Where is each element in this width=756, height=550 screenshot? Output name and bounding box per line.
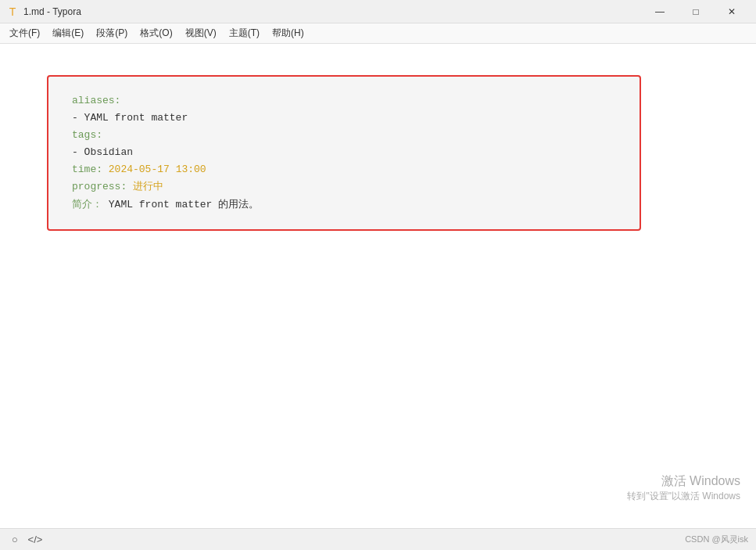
window-controls: — □ ✕ <box>642 0 750 23</box>
app-icon: T <box>6 5 19 18</box>
yaml-line-time: time: 2024-05-17 13:00 <box>72 161 616 178</box>
minimize-button[interactable]: — <box>642 0 678 23</box>
menu-edit[interactable]: 编辑(E) <box>46 24 90 42</box>
yaml-line-aliases-value: - YAML front matter <box>72 110 616 127</box>
status-right-text: CSDN @风灵isk <box>685 534 748 545</box>
menu-paragraph[interactable]: 段落(P) <box>90 24 134 42</box>
menu-theme[interactable]: 主题(T) <box>223 24 266 42</box>
yaml-line-tags-key: tags: <box>72 127 616 144</box>
status-bar: ○ </> CSDN @风灵isk <box>0 528 756 550</box>
editor-area[interactable]: aliases: - YAML front matter tags: - Obs… <box>0 44 756 528</box>
yaml-line-aliases-key: aliases: <box>72 92 616 110</box>
yaml-line-tags-value: - Obsidian <box>72 144 616 161</box>
circle-icon[interactable]: ○ <box>8 533 22 547</box>
yaml-line-summary: 简介： YAML front matter 的用法。 <box>72 196 616 214</box>
main-content: aliases: - YAML front matter tags: - Obs… <box>0 44 756 528</box>
menu-view[interactable]: 视图(V) <box>179 24 223 42</box>
maximize-button[interactable]: □ <box>678 0 714 23</box>
yaml-front-matter-block: aliases: - YAML front matter tags: - Obs… <box>47 75 641 231</box>
menu-format[interactable]: 格式(O) <box>134 24 178 42</box>
menu-file[interactable]: 文件(F) <box>3 24 46 42</box>
window-title: 1.md - Typora <box>23 6 642 17</box>
menu-help[interactable]: 帮助(H) <box>266 24 310 42</box>
code-icon[interactable]: </> <box>28 533 42 547</box>
yaml-line-progress: progress: 进行中 <box>72 178 616 196</box>
menu-bar: 文件(F) 编辑(E) 段落(P) 格式(O) 视图(V) 主题(T) 帮助(H… <box>0 23 756 44</box>
title-bar: T 1.md - Typora — □ ✕ <box>0 0 756 23</box>
close-button[interactable]: ✕ <box>714 0 750 23</box>
status-left: ○ </> <box>8 533 42 547</box>
